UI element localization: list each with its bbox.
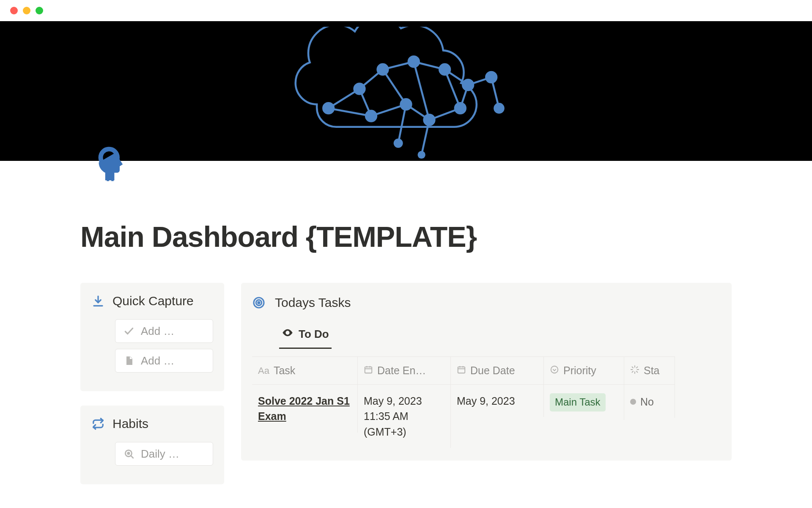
- col-date-entered[interactable]: Date En…: [358, 356, 451, 384]
- file-icon: [123, 355, 135, 367]
- cell-due-date: May 9, 2023: [451, 384, 544, 417]
- calendar-icon: [364, 364, 373, 377]
- quick-capture-card: Quick Capture Add … Add …: [80, 283, 224, 391]
- svg-point-9: [400, 98, 412, 110]
- col-task[interactable]: Aa Task: [252, 356, 358, 384]
- svg-point-32: [551, 366, 558, 373]
- svg-point-3: [408, 55, 420, 68]
- svg-point-13: [418, 151, 425, 159]
- svg-point-10: [423, 114, 435, 126]
- calendar-icon: [457, 364, 466, 377]
- svg-rect-24: [365, 367, 372, 373]
- todays-tasks-title: Todays Tasks: [275, 295, 351, 310]
- status-badge: No: [630, 394, 654, 409]
- check-icon: [123, 325, 135, 337]
- svg-point-5: [462, 79, 474, 91]
- search-target-icon: [123, 448, 135, 460]
- cell-date-entered: May 9, 2023 11:35 AM (GMT+3): [358, 384, 451, 448]
- page-cover: [0, 21, 812, 161]
- svg-point-2: [376, 63, 389, 75]
- traffic-light-close[interactable]: [10, 7, 18, 14]
- svg-point-23: [287, 332, 289, 334]
- quick-capture-title: Quick Capture: [112, 294, 194, 308]
- svg-line-39: [632, 371, 633, 373]
- svg-point-22: [258, 302, 260, 304]
- col-priority[interactable]: Priority: [544, 356, 624, 384]
- repeat-icon: [91, 417, 105, 431]
- svg-rect-16: [111, 166, 113, 181]
- cell-priority: Main Task: [544, 384, 624, 420]
- quick-capture-add-task-button[interactable]: Add …: [115, 319, 213, 343]
- svg-point-6: [485, 71, 497, 83]
- svg-point-1: [353, 83, 365, 95]
- svg-rect-28: [458, 367, 465, 373]
- button-label: Add …: [141, 325, 175, 338]
- col-status[interactable]: Sta: [624, 356, 675, 384]
- page-icon-profile-head[interactable]: [93, 146, 131, 184]
- loading-icon: [630, 364, 639, 377]
- svg-rect-15: [107, 166, 109, 181]
- svg-line-19: [131, 456, 133, 458]
- text-type-icon: Aa: [258, 365, 269, 376]
- svg-line-35: [632, 367, 633, 368]
- svg-point-0: [322, 102, 335, 114]
- button-label: Add …: [141, 354, 175, 367]
- window-titlebar: [0, 0, 812, 21]
- habits-title: Habits: [112, 417, 148, 431]
- habits-card: Habits Daily …: [80, 406, 224, 484]
- priority-pill: Main Task: [550, 393, 606, 411]
- col-due-date[interactable]: Due Date: [451, 356, 544, 384]
- table-row: Solve 2022 Jan S1 Exam May 9, 2023 11:35…: [252, 384, 721, 448]
- svg-line-36: [636, 371, 638, 373]
- target-icon: [252, 296, 266, 309]
- cell-task[interactable]: Solve 2022 Jan S1 Exam: [252, 384, 358, 433]
- cell-status: No: [624, 384, 675, 418]
- svg-line-40: [636, 367, 638, 368]
- svg-point-18: [128, 453, 129, 454]
- page-title: Main Dashboard {TEMPLATE}: [80, 220, 732, 253]
- traffic-light-zoom[interactable]: [36, 7, 43, 14]
- tab-label: To Do: [299, 328, 329, 341]
- tab-to-do[interactable]: To Do: [279, 323, 332, 349]
- eye-icon: [282, 327, 294, 342]
- svg-point-12: [394, 138, 403, 148]
- svg-point-4: [439, 63, 451, 75]
- download-icon: [91, 294, 105, 308]
- todays-tasks-card: Todays Tasks To Do Aa Task: [241, 283, 732, 461]
- traffic-light-minimize[interactable]: [23, 7, 30, 14]
- button-label: Daily …: [141, 447, 179, 461]
- habits-daily-button[interactable]: Daily …: [115, 442, 213, 466]
- svg-point-11: [454, 102, 466, 114]
- brain-network-illustration: [271, 27, 541, 166]
- svg-point-8: [365, 110, 377, 122]
- svg-point-7: [494, 103, 505, 114]
- tasks-table: Aa Task Date En…: [252, 356, 721, 448]
- select-icon: [550, 364, 559, 377]
- quick-capture-add-note-button[interactable]: Add …: [115, 349, 213, 373]
